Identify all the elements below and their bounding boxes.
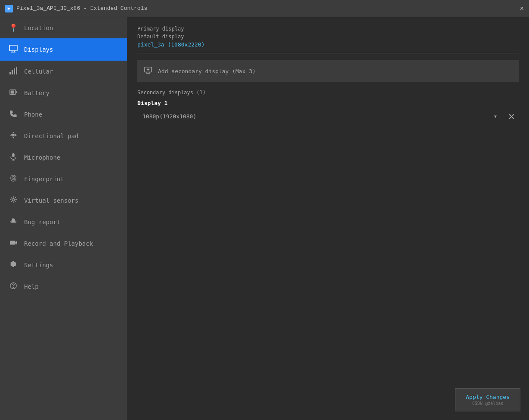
sidebar-item-location[interactable]: 📍 Location [0,17,127,38]
svg-marker-12 [12,137,14,139]
display1-select-wrapper[interactable]: 480p(720x480) 720p(1280x720) 1080p(1920x… [137,109,501,124]
sidebar-item-help[interactable]: Help [0,276,127,297]
window-title: Pixel_3a_API_30_x86 - Extended Controls [16,5,147,12]
sidebar-label-battery: Battery [24,90,49,96]
svg-rect-5 [12,70,13,74]
battery-icon [9,88,18,98]
main-container: 📍 Location Displays [0,17,529,420]
sidebar-label-bug-report: Bug report [24,219,60,225]
apply-sub-label: CSDN @zeloas [472,401,503,406]
sidebar-label-location: Location [24,25,53,31]
secondary-displays-label: Secondary displays (1) [137,90,519,96]
close-button[interactable]: × [520,5,524,12]
svg-line-25 [15,222,16,223]
titlebar-left: ▶ Pixel_3a_API_30_x86 - Extended Control… [5,5,147,12]
sidebar-item-battery[interactable]: Battery [0,82,127,104]
svg-point-20 [12,220,13,221]
displays-icon [9,44,18,55]
svg-rect-0 [9,45,17,51]
sidebar-item-phone[interactable]: Phone [0,104,127,125]
delete-display1-button[interactable]: ✕ [504,111,519,123]
titlebar: ▶ Pixel_3a_API_30_x86 - Extended Control… [0,0,529,17]
add-secondary-display-button[interactable]: Add secondary display (Max 3) [137,60,519,82]
sidebar-item-cellular[interactable]: Cellular [0,61,127,82]
sidebar-item-displays[interactable]: Displays [0,38,127,61]
sidebar-item-virtual-sensors[interactable]: Virtual sensors [0,190,127,211]
virtual-sensors-icon [9,196,18,205]
sidebar-label-microphone: Microphone [24,154,60,161]
sidebar-label-virtual-sensors: Virtual sensors [24,197,78,204]
svg-rect-9 [15,91,17,93]
apply-changes-label: Apply Changes [466,394,510,400]
svg-rect-7 [16,67,17,74]
svg-rect-26 [10,241,15,245]
sidebar-item-directional-pad[interactable]: Directional pad [0,125,127,147]
sidebar-label-record-playback: Record and Playback [24,240,93,247]
display1-label: Display 1 [137,100,519,106]
svg-line-24 [11,222,12,223]
location-icon: 📍 [9,23,18,32]
sidebar: 📍 Location Displays [0,17,127,420]
sidebar-item-bug-report[interactable]: Bug report [0,211,127,233]
svg-point-21 [14,220,15,221]
default-display-value: pixel_3a (1080x2220) [137,41,519,48]
sidebar-label-cellular: Cellular [24,68,53,75]
svg-rect-4 [9,72,11,74]
sidebar-label-settings: Settings [24,262,53,269]
svg-rect-10 [11,90,14,93]
phone-icon [9,110,18,119]
svg-marker-11 [12,132,14,134]
display1-row: 480p(720x480) 720p(1280x720) 1080p(1920x… [137,109,519,124]
app-icon: ▶ [5,5,13,12]
svg-rect-16 [12,153,14,157]
sidebar-item-settings[interactable]: Settings [0,254,127,276]
help-icon [9,282,18,291]
sidebar-label-phone: Phone [24,111,42,118]
add-display-icon [144,66,152,76]
directional-pad-icon [9,131,18,141]
sidebar-item-record-playback[interactable]: Record and Playback [0,233,127,254]
svg-rect-6 [14,68,15,74]
cellular-icon [9,67,18,76]
sidebar-label-fingerprint: Fingerprint [24,176,64,182]
svg-point-29 [13,287,13,288]
sidebar-item-microphone[interactable]: Microphone [0,147,127,168]
default-display-label: Default display [137,34,519,40]
sidebar-label-help: Help [24,283,39,290]
bug-report-icon [9,217,18,227]
sidebar-item-fingerprint[interactable]: Fingerprint [0,168,127,190]
svg-rect-15 [12,134,14,136]
fingerprint-icon [9,174,18,184]
svg-point-19 [12,198,14,201]
content-area: Primary display Default display pixel_3a… [127,17,529,420]
microphone-icon [9,153,18,162]
display1-select[interactable]: 480p(720x480) 720p(1280x720) 1080p(1920x… [137,109,501,124]
add-secondary-display-label: Add secondary display (Max 3) [158,68,256,74]
apply-changes-button[interactable]: Apply Changes CSDN @zeloas [455,388,520,411]
svg-marker-14 [15,134,17,136]
svg-marker-27 [15,241,18,245]
settings-icon [9,260,18,270]
primary-display-label: Primary display [137,26,519,32]
record-playback-icon [9,239,18,248]
sidebar-label-directional-pad: Directional pad [24,133,78,139]
svg-marker-13 [10,134,12,136]
sidebar-label-displays: Displays [24,46,53,53]
divider [137,53,519,53]
